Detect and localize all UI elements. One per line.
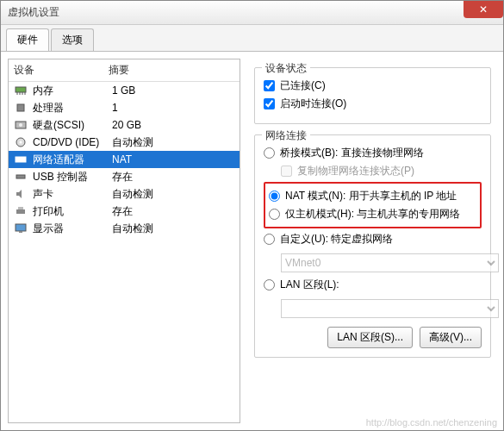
svg-rect-15 <box>16 224 26 231</box>
device-summary: 1 <box>112 102 234 114</box>
svg-rect-13 <box>16 209 25 214</box>
tab-bar: 硬件 选项 <box>1 25 503 51</box>
device-summary: 自动检测 <box>112 222 234 236</box>
poweron-label: 启动时连接(O) <box>280 97 346 111</box>
lan-combo <box>281 299 499 318</box>
nat-radio[interactable]: NAT 模式(N): 用于共享主机的 IP 地址 <box>269 189 476 203</box>
svg-rect-0 <box>16 87 26 92</box>
poweron-input[interactable] <box>264 98 275 109</box>
connected-checkbox[interactable]: 已连接(C) <box>264 78 482 93</box>
lan-label: LAN 区段(L): <box>280 278 339 292</box>
device-row[interactable]: 处理器1 <box>9 99 240 116</box>
device-summary: 存在 <box>112 204 234 219</box>
device-name: 处理器 <box>33 101 112 116</box>
svg-rect-14 <box>18 207 23 209</box>
bridged-radio[interactable]: 桥接模式(B): 直接连接物理网络 <box>264 146 482 160</box>
device-row[interactable]: 显示器自动检测 <box>9 220 240 237</box>
close-button[interactable]: ✕ <box>464 1 503 18</box>
device-row[interactable]: CD/DVD (IDE)自动检测 <box>9 134 240 151</box>
device-summary: 1 GB <box>112 84 234 97</box>
close-icon: ✕ <box>479 3 488 16</box>
device-summary: 20 GB <box>112 119 234 131</box>
network-group: 网络连接 桥接模式(B): 直接连接物理网络 复制物理网络连接状态(P) NAT… <box>254 134 491 358</box>
titlebar: 虚拟机设置 ✕ <box>1 1 503 25</box>
device-row[interactable]: USB 控制器存在 <box>9 168 240 185</box>
device-rows: 内存1 GB处理器1硬盘(SCSI)20 GBCD/DVD (IDE)自动检测网… <box>9 82 240 237</box>
device-summary: 存在 <box>112 170 234 184</box>
device-state-legend: 设备状态 <box>262 61 310 76</box>
svg-point-7 <box>19 123 22 127</box>
connected-input[interactable] <box>264 80 275 91</box>
usb-icon <box>14 171 28 183</box>
device-name: 网络适配器 <box>33 153 112 167</box>
tab-options[interactable]: 选项 <box>51 28 94 51</box>
device-name: 内存 <box>33 84 112 98</box>
bridged-input[interactable] <box>264 147 275 159</box>
device-row[interactable]: 打印机存在 <box>9 203 240 220</box>
custom-label: 自定义(U): 特定虚拟网络 <box>280 232 393 247</box>
nic-icon <box>14 153 28 166</box>
device-row[interactable]: 网络适配器NAT <box>9 151 240 168</box>
svg-rect-16 <box>19 231 22 233</box>
col-device: 设备 <box>14 63 109 78</box>
bridged-label: 桥接模式(B): 直接连接物理网络 <box>280 146 424 160</box>
cd-icon <box>14 136 28 148</box>
dialog-body: 设备 摘要 内存1 GB处理器1硬盘(SCSI)20 GBCD/DVD (IDE… <box>1 51 503 430</box>
memory-icon <box>14 84 28 97</box>
lan-segment-button[interactable]: LAN 区段(S)... <box>327 327 413 348</box>
svg-rect-10 <box>16 157 26 162</box>
cpu-icon <box>14 102 28 114</box>
device-name: 声卡 <box>33 187 112 202</box>
nat-input[interactable] <box>269 191 280 202</box>
device-row[interactable]: 声卡自动检测 <box>9 185 240 203</box>
device-row[interactable]: 内存1 GB <box>9 82 240 99</box>
custom-input[interactable] <box>264 234 275 245</box>
watermark: http://blog.csdn.net/chenzening <box>366 417 497 428</box>
device-list-header: 设备 摘要 <box>9 59 240 82</box>
custom-radio[interactable]: 自定义(U): 特定虚拟网络 <box>264 232 482 247</box>
sound-icon <box>14 188 28 200</box>
svg-rect-5 <box>17 104 24 111</box>
right-panel: 设备状态 已连接(C) 启动时连接(O) 网络连接 桥接模式(B): 直接连接物… <box>249 59 496 423</box>
connected-label: 已连接(C) <box>280 78 326 93</box>
device-name: 显示器 <box>33 222 112 236</box>
disk-icon <box>14 119 28 131</box>
highlight-box: NAT 模式(N): 用于共享主机的 IP 地址 仅主机模式(H): 与主机共享… <box>264 182 482 228</box>
display-icon <box>14 222 28 234</box>
window-title: 虚拟机设置 <box>8 5 59 20</box>
device-row[interactable]: 硬盘(SCSI)20 GB <box>9 116 240 134</box>
hostonly-input[interactable] <box>269 209 280 220</box>
device-name: CD/DVD (IDE) <box>33 136 112 148</box>
replicate-input <box>281 166 292 177</box>
tab-hardware[interactable]: 硬件 <box>6 28 49 51</box>
device-summary: NAT <box>112 153 234 166</box>
svg-marker-12 <box>16 190 22 198</box>
device-summary: 自动检测 <box>112 187 234 202</box>
device-summary: 自动检测 <box>112 135 234 150</box>
svg-point-9 <box>20 141 22 144</box>
replicate-label: 复制物理网络连接状态(P) <box>297 164 414 178</box>
device-name: USB 控制器 <box>33 170 112 184</box>
col-summary: 摘要 <box>109 63 234 78</box>
lan-radio[interactable]: LAN 区段(L): <box>264 278 482 292</box>
vm-settings-window: 虚拟机设置 ✕ 硬件 选项 设备 摘要 内存1 GB处理器1硬盘(SCSI)20… <box>0 0 504 431</box>
custom-combo: VMnet0 <box>281 253 499 272</box>
device-list: 设备 摘要 内存1 GB处理器1硬盘(SCSI)20 GBCD/DVD (IDE… <box>8 59 240 423</box>
replicate-checkbox: 复制物理网络连接状态(P) <box>281 164 482 178</box>
device-name: 硬盘(SCSI) <box>33 118 112 133</box>
poweron-checkbox[interactable]: 启动时连接(O) <box>264 97 482 111</box>
nat-label: NAT 模式(N): 用于共享主机的 IP 地址 <box>285 189 457 203</box>
hostonly-radio[interactable]: 仅主机模式(H): 与主机共享的专用网络 <box>269 207 476 222</box>
button-row: LAN 区段(S)... 高级(V)... <box>264 327 482 348</box>
printer-icon <box>14 205 28 217</box>
device-state-group: 设备状态 已连接(C) 启动时连接(O) <box>254 67 491 124</box>
hostonly-label: 仅主机模式(H): 与主机共享的专用网络 <box>285 207 460 222</box>
advanced-button[interactable]: 高级(V)... <box>420 327 482 348</box>
network-legend: 网络连接 <box>262 128 310 143</box>
svg-rect-11 <box>16 175 25 178</box>
device-name: 打印机 <box>33 204 112 219</box>
lan-input[interactable] <box>264 279 275 290</box>
